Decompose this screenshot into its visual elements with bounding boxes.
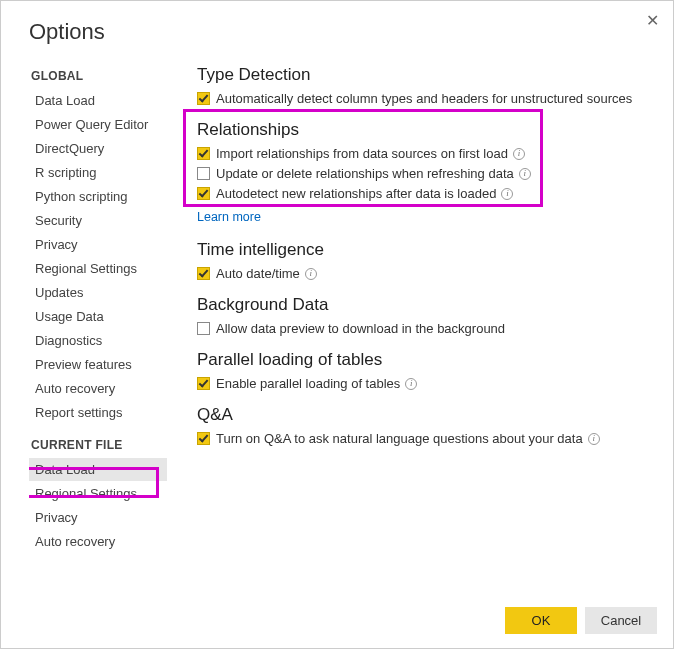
checkbox-auto-date-time[interactable] <box>197 267 210 280</box>
label-autodetect-relationships: Autodetect new relationships after data … <box>216 186 496 201</box>
sidebar-item-directquery[interactable]: DirectQuery <box>29 137 167 160</box>
sidebar-item-cf-privacy[interactable]: Privacy <box>29 506 167 529</box>
checkbox-qa[interactable] <box>197 432 210 445</box>
group-title-relationships: Relationships <box>197 120 659 140</box>
sidebar-item-data-load[interactable]: Data Load <box>29 89 167 112</box>
sidebar-item-r-scripting[interactable]: R scripting <box>29 161 167 184</box>
close-icon[interactable]: ✕ <box>646 12 659 29</box>
label-import-relationships: Import relationships from data sources o… <box>216 146 508 161</box>
sidebar-item-cf-regional-settings[interactable]: Regional Settings <box>29 482 167 505</box>
label-parallel-loading: Enable parallel loading of tables <box>216 376 400 391</box>
checkbox-update-delete-relationships[interactable] <box>197 167 210 180</box>
label-auto-detect-types: Automatically detect column types and he… <box>216 91 632 106</box>
info-icon[interactable]: i <box>305 268 317 280</box>
sidebar-item-python-scripting[interactable]: Python scripting <box>29 185 167 208</box>
page-title: Options <box>1 1 673 55</box>
dialog-footer: OK Cancel <box>1 597 673 648</box>
sidebar-item-preview-features[interactable]: Preview features <box>29 353 167 376</box>
sidebar-item-privacy[interactable]: Privacy <box>29 233 167 256</box>
sidebar-item-diagnostics[interactable]: Diagnostics <box>29 329 167 352</box>
sidebar-section-global: GLOBAL <box>31 69 167 83</box>
checkbox-import-relationships[interactable] <box>197 147 210 160</box>
group-title-type-detection: Type Detection <box>197 65 659 85</box>
sidebar-item-cf-auto-recovery[interactable]: Auto recovery <box>29 530 167 553</box>
options-window: ✕ Options GLOBAL Data Load Power Query E… <box>0 0 674 649</box>
link-learn-more[interactable]: Learn more <box>197 210 261 224</box>
sidebar[interactable]: GLOBAL Data Load Power Query Editor Dire… <box>29 55 169 597</box>
content-pane: Type Detection Automatically detect colu… <box>169 55 663 597</box>
group-title-time-intelligence: Time intelligence <box>197 240 659 260</box>
cancel-button[interactable]: Cancel <box>585 607 657 634</box>
sidebar-item-auto-recovery[interactable]: Auto recovery <box>29 377 167 400</box>
checkbox-background-preview[interactable] <box>197 322 210 335</box>
checkbox-parallel-loading[interactable] <box>197 377 210 390</box>
sidebar-item-report-settings[interactable]: Report settings <box>29 401 167 424</box>
sidebar-item-cf-data-load[interactable]: Data Load <box>29 458 167 481</box>
group-title-parallel-loading: Parallel loading of tables <box>197 350 659 370</box>
sidebar-item-usage-data[interactable]: Usage Data <box>29 305 167 328</box>
sidebar-item-power-query-editor[interactable]: Power Query Editor <box>29 113 167 136</box>
label-qa: Turn on Q&A to ask natural language ques… <box>216 431 583 446</box>
info-icon[interactable]: i <box>501 188 513 200</box>
ok-button[interactable]: OK <box>505 607 577 634</box>
sidebar-item-security[interactable]: Security <box>29 209 167 232</box>
info-icon[interactable]: i <box>588 433 600 445</box>
sidebar-section-current-file: CURRENT FILE <box>31 438 167 452</box>
group-title-background-data: Background Data <box>197 295 659 315</box>
checkbox-autodetect-relationships[interactable] <box>197 187 210 200</box>
label-update-delete-relationships: Update or delete relationships when refr… <box>216 166 514 181</box>
label-background-preview: Allow data preview to download in the ba… <box>216 321 505 336</box>
sidebar-item-updates[interactable]: Updates <box>29 281 167 304</box>
info-icon[interactable]: i <box>519 168 531 180</box>
label-auto-date-time: Auto date/time <box>216 266 300 281</box>
info-icon[interactable]: i <box>513 148 525 160</box>
info-icon[interactable]: i <box>405 378 417 390</box>
group-title-qa: Q&A <box>197 405 659 425</box>
sidebar-item-regional-settings[interactable]: Regional Settings <box>29 257 167 280</box>
checkbox-auto-detect-types[interactable] <box>197 92 210 105</box>
